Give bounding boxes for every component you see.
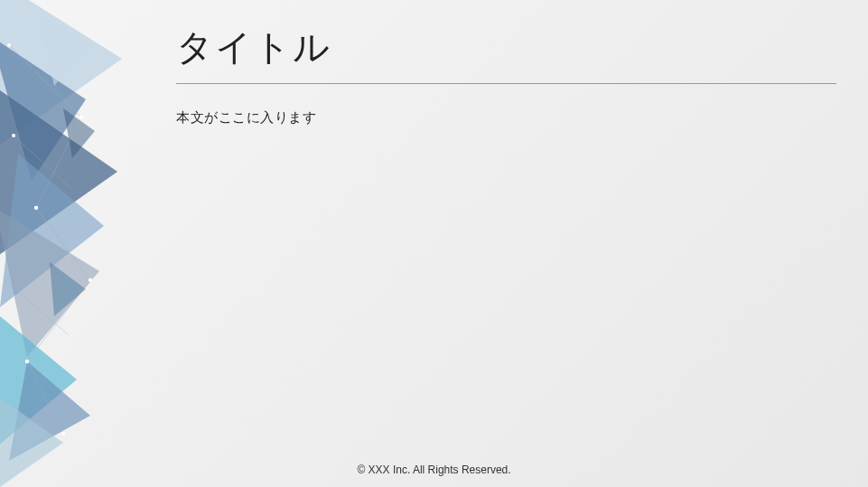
svg-point-20: [89, 278, 92, 282]
slide-content: タイトル 本文がここに入ります: [176, 23, 836, 126]
svg-marker-4: [0, 154, 104, 307]
svg-marker-5: [0, 208, 99, 357]
svg-line-13: [36, 208, 90, 280]
svg-line-14: [27, 280, 90, 361]
svg-point-21: [25, 360, 29, 363]
slide-title: タイトル: [176, 23, 836, 83]
svg-point-23: [12, 134, 15, 137]
svg-point-24: [7, 43, 11, 47]
svg-point-18: [79, 116, 83, 119]
svg-line-16: [14, 136, 72, 190]
svg-point-22: [61, 432, 65, 435]
svg-point-19: [34, 206, 38, 210]
svg-marker-3: [0, 90, 117, 258]
svg-marker-1: [0, 36, 86, 181]
title-divider: [176, 83, 836, 84]
svg-marker-6: [0, 316, 77, 452]
svg-marker-0: [0, 0, 122, 145]
svg-line-17: [5, 280, 68, 334]
svg-marker-10: [50, 262, 86, 316]
svg-line-15: [27, 361, 63, 434]
svg-line-11: [9, 45, 81, 117]
slide-footer: © XXX Inc. All Rights Reserved.: [0, 464, 868, 476]
svg-line-12: [36, 117, 81, 208]
slide-body-text: 本文がここに入ります: [176, 109, 836, 126]
svg-marker-9: [63, 108, 95, 158]
decorative-triangles-bg: [0, 0, 163, 487]
svg-marker-7: [9, 361, 90, 461]
svg-marker-2: [36, 9, 90, 86]
